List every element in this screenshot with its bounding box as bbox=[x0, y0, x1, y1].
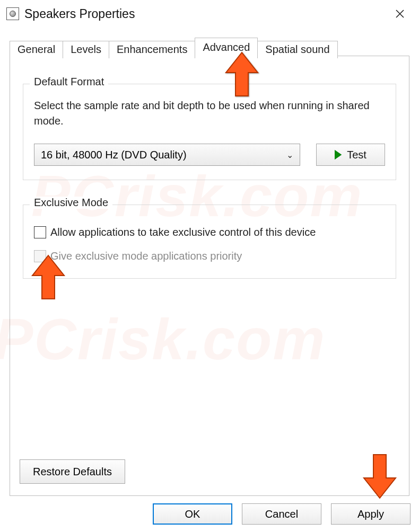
tab-label: Enhancements bbox=[117, 43, 187, 55]
tab-strip: General Levels Enhancements Advanced Spa… bbox=[0, 28, 419, 56]
play-icon bbox=[335, 150, 342, 159]
tab-advanced[interactable]: Advanced bbox=[195, 38, 258, 57]
group-legend: Default Format bbox=[30, 76, 108, 88]
button-label: Test bbox=[347, 149, 366, 161]
default-format-description: Select the sample rate and bit depth to … bbox=[34, 98, 385, 129]
title-bar: Speakers Properties bbox=[0, 0, 419, 28]
close-icon bbox=[395, 9, 405, 19]
format-row: 16 bit, 48000 Hz (DVD Quality) ⌄ Test bbox=[34, 144, 385, 166]
checkbox-box bbox=[34, 226, 46, 238]
tab-label: Levels bbox=[71, 43, 101, 55]
tab-label: Advanced bbox=[203, 41, 250, 53]
apply-button[interactable]: Apply bbox=[331, 503, 411, 525]
button-label: Cancel bbox=[265, 508, 298, 520]
button-label: OK bbox=[185, 508, 200, 520]
cancel-button[interactable]: Cancel bbox=[242, 503, 321, 525]
checkbox-label: Allow applications to take exclusive con… bbox=[50, 226, 316, 238]
dialog-footer: OK Cancel Apply bbox=[153, 503, 411, 525]
speaker-icon bbox=[6, 7, 19, 20]
title-bar-left: Speakers Properties bbox=[6, 7, 135, 21]
group-legend: Exclusive Mode bbox=[30, 197, 112, 209]
test-button[interactable]: Test bbox=[316, 144, 385, 166]
restore-defaults-button[interactable]: Restore Defaults bbox=[20, 459, 125, 484]
button-label: Restore Defaults bbox=[33, 466, 112, 477]
restore-defaults-wrap: Restore Defaults bbox=[20, 459, 125, 484]
checkbox-exclusive-priority: Give exclusive mode applications priorit… bbox=[34, 250, 385, 262]
sample-rate-dropdown[interactable]: 16 bit, 48000 Hz (DVD Quality) ⌄ bbox=[34, 144, 300, 166]
close-button[interactable] bbox=[387, 3, 413, 24]
tab-label: General bbox=[18, 43, 55, 55]
watermark-text: PCrisk.com bbox=[0, 305, 326, 373]
checkbox-box bbox=[34, 250, 46, 262]
group-exclusive-mode: Exclusive Mode Allow applications to tak… bbox=[23, 205, 396, 279]
tab-general[interactable]: General bbox=[10, 41, 63, 58]
checkbox-allow-exclusive[interactable]: Allow applications to take exclusive con… bbox=[34, 226, 385, 238]
checkbox-label: Give exclusive mode applications priorit… bbox=[50, 250, 242, 262]
button-label: Apply bbox=[357, 508, 384, 520]
tab-panel-advanced: PCrisk.com PCrisk.com Default Format Sel… bbox=[10, 56, 409, 496]
group-default-format: Default Format Select the sample rate an… bbox=[23, 84, 396, 180]
tab-enhancements[interactable]: Enhancements bbox=[109, 41, 195, 58]
chevron-down-icon: ⌄ bbox=[286, 150, 293, 160]
window-title: Speakers Properties bbox=[24, 7, 135, 21]
ok-button[interactable]: OK bbox=[153, 503, 232, 525]
tab-spatial-sound[interactable]: Spatial sound bbox=[257, 41, 337, 58]
dropdown-selected-label: 16 bit, 48000 Hz (DVD Quality) bbox=[41, 149, 187, 161]
tab-label: Spatial sound bbox=[265, 43, 329, 55]
tab-levels[interactable]: Levels bbox=[63, 41, 109, 58]
